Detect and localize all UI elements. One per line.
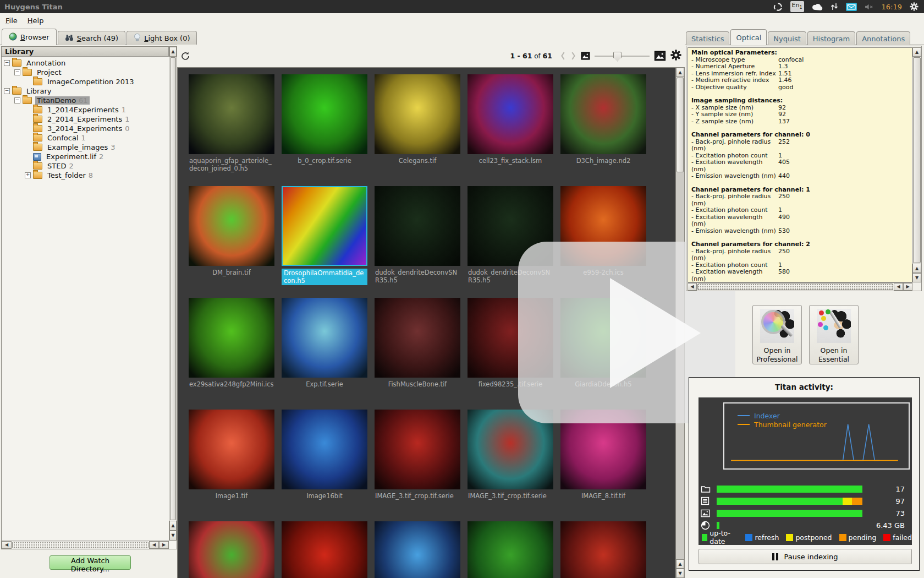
expand-icon[interactable]: + <box>25 172 31 178</box>
tab-annotations[interactable]: Annotations <box>856 31 910 45</box>
tree-item-1-2014experiments[interactable]: −1_2014Experiments1 <box>2 105 169 114</box>
thumbnail-image[interactable] <box>468 521 553 578</box>
thumbnail-cell23-fix-stack-lsm[interactable]: cell23_fix_stack.lsm <box>468 74 553 186</box>
slider-knob[interactable] <box>613 52 622 62</box>
tree-item-confocal[interactable]: −Confocal1 <box>2 133 169 143</box>
add-watch-directory-button[interactable]: Add Watch Directory... <box>50 555 131 570</box>
tab-search[interactable]: Search (49) <box>58 31 126 45</box>
scroll-left-button[interactable]: ◀ <box>2 541 12 549</box>
scroll-up-button[interactable]: ▲ <box>912 47 921 57</box>
tree-horizontal-scrollbar[interactable]: ◀ ◀ ▶ <box>2 541 169 549</box>
scroll-down-button[interactable]: ▼ <box>912 273 921 282</box>
scroll-left-button[interactable]: ◀ <box>149 541 159 549</box>
thumbnail-unlabeled[interactable] <box>560 521 646 578</box>
scroll-up-button[interactable]: ▲ <box>676 68 684 77</box>
thumbnail-image[interactable] <box>282 521 367 578</box>
thumbnail-exp-tif-serie[interactable]: Exp.tif.serie <box>282 298 367 410</box>
pause-indexing-button[interactable]: Pause indexing <box>698 549 912 564</box>
optical-horizontal-scrollbar[interactable]: ◀ ◀ ▶ <box>688 282 912 291</box>
collapse-icon[interactable]: − <box>14 69 20 75</box>
tab-nyquist[interactable]: Nyquist <box>768 31 806 45</box>
tab-browser[interactable]: Browser <box>2 29 57 45</box>
thumbnail-image[interactable] <box>189 410 274 489</box>
tab-histogram[interactable]: Histogram <box>807 31 855 45</box>
thumbnail-image[interactable] <box>189 186 274 266</box>
tree-vertical-scrollbar[interactable]: ▲ ▲ ▼ <box>169 47 177 541</box>
thumbnail-image16bit[interactable]: Image16bit <box>282 410 367 521</box>
thumbnail-image[interactable] <box>189 298 274 378</box>
thumbnail-d3ch-image-nd2[interactable]: D3Ch_image.nd2 <box>560 74 646 186</box>
thumbnail-image-3-tif-crop-tif-serie[interactable]: IMAGE_3.tif_crop.tif.serie <box>375 410 460 521</box>
thumbnail-image-3-tif-crop-tif-serie[interactable]: IMAGE_3.tif_crop.tif.serie <box>468 410 553 521</box>
tree-item-annotation[interactable]: −Annotation <box>2 58 169 68</box>
thumbnail-drosophilaommatidia-decon-h5[interactable]: DrosophilaOmmatidia_decon.h5 <box>282 186 367 298</box>
thumbnail-unlabeled[interactable] <box>375 521 460 578</box>
open-in-professional-button[interactable]: Open in Professional <box>752 305 802 364</box>
scroll-left-button[interactable]: ◀ <box>894 283 903 291</box>
thumbnail-image[interactable] <box>375 410 460 489</box>
thumbnail-image[interactable] <box>282 298 367 378</box>
collapse-icon[interactable]: − <box>4 60 10 66</box>
thumbnail-image[interactable] <box>189 521 274 578</box>
tree-item-titandemo[interactable]: −TitanDemo61 <box>2 96 169 105</box>
thumbnail-image[interactable] <box>375 521 460 578</box>
volume-muted-icon[interactable] <box>865 1 874 12</box>
scroll-left-button[interactable]: ◀ <box>688 283 697 291</box>
scrollbar-thumb[interactable] <box>170 57 176 520</box>
tree-item-library[interactable]: −Library <box>2 86 169 96</box>
mail-icon[interactable] <box>846 1 857 12</box>
tree-item-experiment-lif[interactable]: −Experiment.lif2 <box>2 152 169 161</box>
thumbnail-dudok-dendritedeconvsnr35-h5[interactable]: dudok_dendriteDeconvSNR35.h5 <box>375 186 460 298</box>
menu-help[interactable]: Help <box>28 17 44 25</box>
thumbnail-unlabeled[interactable] <box>282 521 367 578</box>
scroll-up-button[interactable]: ▲ <box>912 264 921 273</box>
tab-statistics[interactable]: Statistics <box>686 31 729 45</box>
tab-lightbox[interactable]: Light Box (0) <box>127 31 197 45</box>
tree-item-sted[interactable]: −STED2 <box>2 161 169 171</box>
tab-optical[interactable]: Optical <box>730 29 767 45</box>
collapse-icon[interactable]: − <box>4 88 10 94</box>
network-transfer-icon[interactable] <box>831 1 838 12</box>
scrollbar-thumb[interactable] <box>12 542 148 548</box>
thumbnail-image[interactable] <box>189 74 274 154</box>
scroll-up-button[interactable]: ▲ <box>169 47 177 57</box>
thumbnail-image[interactable] <box>282 410 367 489</box>
thumbnail-ex29sativa248gfp2mini-ics[interactable]: ex29sativa248gfp2Mini.ics <box>189 298 274 410</box>
thumbnail-aquaporin-gfap-arteriole-decon-joined-0-h5[interactable]: aquaporin_gfap_arteriole_decon_joined_0.… <box>189 74 274 186</box>
prev-page-icon[interactable] <box>560 51 566 61</box>
optical-vertical-scrollbar[interactable]: ▲ ▲ ▼ <box>912 47 921 282</box>
thumbnail-image1-tif[interactable]: Image1.tif <box>189 410 274 521</box>
scroll-right-button[interactable]: ▶ <box>159 541 169 549</box>
keyboard-layout-indicator[interactable]: En1 <box>790 1 804 12</box>
thumbnail-dm-brain-tif[interactable]: DM_brain.tif <box>189 186 274 298</box>
clock[interactable]: 16:19 <box>882 3 902 11</box>
session-gear-icon[interactable] <box>910 1 919 12</box>
thumbnail-image-8-tif-tif[interactable]: IMAGE_8.tif.tif <box>560 410 646 521</box>
cloud-icon[interactable] <box>812 1 823 12</box>
scrollbar-thumb[interactable] <box>697 283 893 290</box>
thumbnail-image[interactable] <box>468 74 553 154</box>
thumbnail-image[interactable] <box>560 521 646 578</box>
tree-item-project[interactable]: −Project <box>2 68 169 77</box>
tree-item-3-2014-experiments[interactable]: −3_2014_Experiments0 <box>2 124 169 133</box>
tree-item-2-2014-experiments[interactable]: −2_2014_Experiments1 <box>2 114 169 124</box>
thumbnail-image[interactable] <box>375 186 460 266</box>
thumbnail-image[interactable] <box>375 298 460 378</box>
scroll-up-button[interactable]: ▲ <box>676 559 684 569</box>
thumbnail-fishmusclebone-tif[interactable]: FishMuscleBone.tif <box>375 298 460 410</box>
thumbnail-image[interactable] <box>282 186 367 266</box>
thumbnail-b-0-crop-tif-serie[interactable]: b_0_crop.tif.serie <box>282 74 367 186</box>
tree-item-imagecompetition-2013[interactable]: −ImageCompetition 2013 <box>2 77 169 86</box>
thumbnail-image[interactable] <box>282 74 367 154</box>
scrollbar-thumb[interactable] <box>676 78 684 172</box>
settings-gear-icon[interactable] <box>670 50 681 62</box>
scroll-right-button[interactable]: ▶ <box>903 283 912 291</box>
menu-file[interactable]: File <box>6 17 18 25</box>
thumbnail-image[interactable] <box>375 74 460 154</box>
scroll-down-button[interactable]: ▼ <box>169 531 177 541</box>
thumbnail-celegans-tif[interactable]: Celegans.tif <box>375 74 460 186</box>
updater-swirl-icon[interactable] <box>773 1 783 12</box>
collapse-icon[interactable]: − <box>14 97 20 103</box>
tree-item-test-folder[interactable]: +Test_folder8 <box>2 171 169 180</box>
tree-item-example-images[interactable]: −Example_images3 <box>2 143 169 152</box>
